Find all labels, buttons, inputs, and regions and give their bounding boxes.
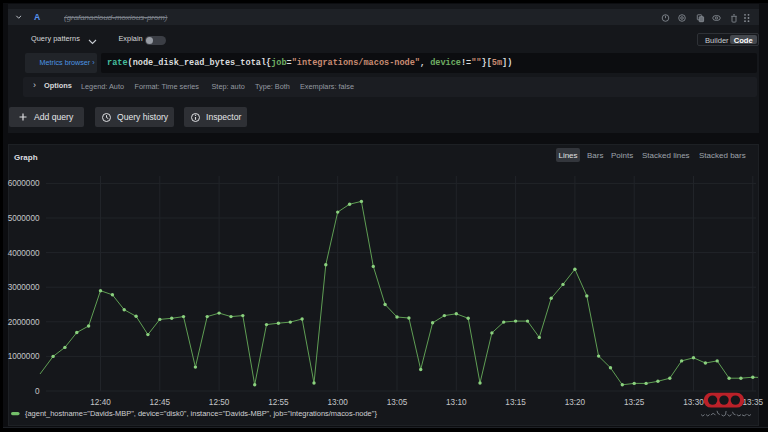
svg-text:A: A — [34, 12, 40, 22]
